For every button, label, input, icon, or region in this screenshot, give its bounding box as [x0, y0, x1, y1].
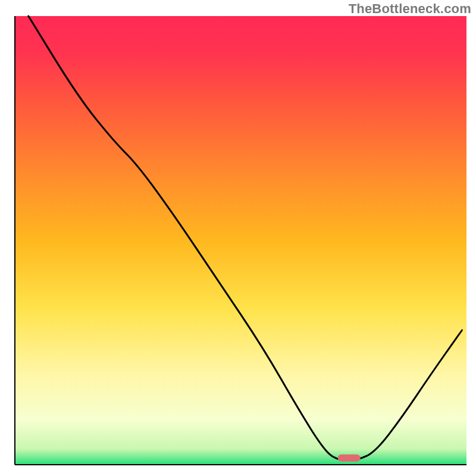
bottleneck-chart: TheBottleneck.com [0, 0, 476, 476]
chart-background [15, 16, 466, 465]
optimal-marker [338, 455, 361, 462]
chart-svg [0, 0, 476, 476]
watermark-text: TheBottleneck.com [349, 1, 471, 17]
